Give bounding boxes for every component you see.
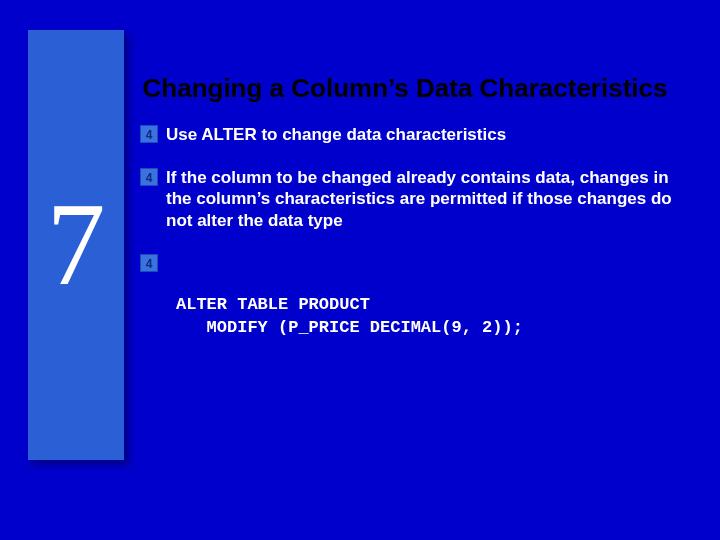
list-item: 4 Use ALTER to change data characteristi… xyxy=(140,124,700,145)
bullet-text: Use ALTER to change data characteristics xyxy=(166,124,506,145)
svg-text:4: 4 xyxy=(146,256,153,270)
slide-content: Changing a Column’s Data Characteristics… xyxy=(140,74,700,340)
chapter-sidebar: 7 xyxy=(28,30,124,460)
square-number-4-icon: 4 xyxy=(140,254,158,272)
code-sample: ALTER TABLE PRODUCT MODIFY (P_PRICE DECI… xyxy=(176,294,700,340)
square-number-4-icon: 4 xyxy=(140,168,158,186)
svg-text:4: 4 xyxy=(146,127,153,141)
list-item: 4 xyxy=(140,253,700,272)
square-number-4-icon: 4 xyxy=(140,125,158,143)
slide-title: Changing a Column’s Data Characteristics xyxy=(140,74,700,104)
bullet-text: If the column to be changed already cont… xyxy=(166,167,680,231)
bullet-list: 4 Use ALTER to change data characteristi… xyxy=(140,124,700,272)
svg-text:4: 4 xyxy=(146,171,153,185)
chapter-number: 7 xyxy=(47,186,106,304)
list-item: 4 If the column to be changed already co… xyxy=(140,167,700,231)
